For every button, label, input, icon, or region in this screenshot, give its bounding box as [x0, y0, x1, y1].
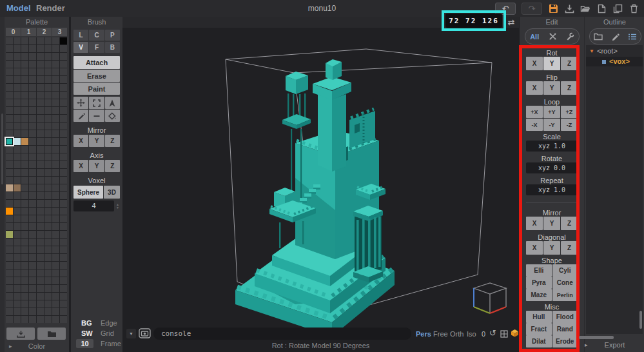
palette-cell[interactable]: [37, 84, 44, 91]
palette-cell[interactable]: [52, 84, 59, 91]
brush-axis-x[interactable]: X: [73, 160, 88, 172]
palette-cell[interactable]: [29, 61, 36, 68]
viewport[interactable]: ⇄ ▼ Pers Free Orth Iso 0 ↺ Rot : Rotate …: [122, 17, 519, 352]
loop-plus-y-button[interactable]: +Y: [543, 106, 560, 118]
palette-cell[interactable]: [44, 262, 52, 269]
palette-cell[interactable]: [52, 300, 59, 308]
palette-cell[interactable]: [60, 92, 67, 99]
palette-cell[interactable]: [6, 177, 13, 184]
palette-cell[interactable]: [6, 45, 13, 52]
palette-cell[interactable]: [6, 184, 13, 191]
palette-cell[interactable]: [52, 169, 59, 176]
palette-cell[interactable]: [37, 215, 44, 222]
shape-cone-button[interactable]: Cone: [552, 277, 578, 289]
palette-cell[interactable]: [60, 76, 67, 83]
view-mode-iso[interactable]: Iso: [467, 330, 476, 338]
palette-cell[interactable]: [21, 45, 28, 52]
tree-node-vox[interactable]: <vox>: [586, 57, 643, 66]
palette-cell[interactable]: [29, 115, 36, 122]
palette-cell[interactable]: [37, 177, 44, 184]
palette-cell[interactable]: [52, 269, 59, 277]
outline-vscroll-thumb[interactable]: [639, 311, 642, 329]
frame-box-icon[interactable]: [511, 329, 519, 337]
palette-cell[interactable]: [6, 68, 13, 75]
outline-list-icon[interactable]: [628, 33, 637, 41]
voxel-size-input[interactable]: 4: [73, 200, 114, 211]
rot-y-button[interactable]: Y: [543, 57, 560, 70]
palette-cell[interactable]: [60, 293, 67, 300]
orientation-cube[interactable]: [468, 280, 511, 316]
palette-cell[interactable]: [6, 192, 13, 199]
palette-cell[interactable]: [6, 231, 13, 238]
palette-cell[interactable]: [29, 153, 36, 161]
shape-cyli-button[interactable]: Cyli: [552, 264, 578, 277]
palette-cell[interactable]: [14, 53, 21, 60]
palette-cell[interactable]: [29, 84, 36, 91]
palette-cell[interactable]: [29, 146, 36, 153]
palette-cell[interactable]: [14, 239, 21, 246]
palette-cell[interactable]: [29, 277, 36, 284]
palette-cell[interactable]: [44, 231, 52, 238]
copy-icon[interactable]: [612, 3, 623, 14]
palette-cell[interactable]: [21, 262, 28, 269]
palette-cell[interactable]: [60, 130, 67, 137]
flip-z-button[interactable]: Z: [561, 81, 578, 95]
diagonal-z-button[interactable]: Z: [561, 241, 578, 255]
palette-cell[interactable]: [29, 316, 36, 323]
palette-cell[interactable]: [60, 223, 67, 230]
palette-cell[interactable]: [52, 262, 59, 269]
palette-cell[interactable]: [6, 215, 13, 222]
attach-button[interactable]: Attach: [73, 56, 120, 69]
palette-cell[interactable]: [21, 246, 28, 253]
palette-cell[interactable]: [37, 285, 44, 292]
palette-cell[interactable]: [37, 277, 44, 284]
palette-cell[interactable]: [29, 239, 36, 246]
save-palette-icon[interactable]: [6, 328, 35, 340]
palette-cell[interactable]: [6, 262, 13, 269]
palette-cell[interactable]: [60, 53, 67, 60]
palette-cell[interactable]: [21, 277, 28, 284]
palette-cell[interactable]: [60, 277, 67, 284]
palette-cell[interactable]: [52, 138, 59, 145]
palette-cell[interactable]: [14, 45, 21, 52]
palette-cell[interactable]: [44, 61, 52, 68]
palette-cell[interactable]: [6, 308, 13, 315]
palette-cell[interactable]: [6, 293, 13, 300]
edit-mirror-x-button[interactable]: X: [526, 217, 543, 230]
palette-cell[interactable]: [60, 254, 67, 261]
palette-cell[interactable]: [14, 84, 21, 91]
palette-cell[interactable]: [52, 231, 59, 238]
flip-y-button[interactable]: Y: [543, 81, 560, 95]
palette-index-strip[interactable]: [0, 17, 5, 352]
palette-cell[interactable]: [6, 153, 13, 161]
palette-cell[interactable]: [60, 177, 67, 184]
palette-cell[interactable]: [21, 115, 28, 122]
palette-cell[interactable]: [44, 316, 52, 323]
palette-cell[interactable]: [29, 231, 36, 238]
palette-cell[interactable]: [60, 200, 67, 207]
palette-cell[interactable]: [60, 161, 67, 168]
palette-cell[interactable]: [21, 161, 28, 168]
palette-cell[interactable]: [21, 146, 28, 153]
palette-cell[interactable]: [6, 285, 13, 292]
palette-cell[interactable]: [37, 68, 44, 75]
voxel-sphere-button[interactable]: Sphere: [73, 186, 103, 199]
palette-cell[interactable]: [21, 76, 28, 83]
palette-cell[interactable]: [52, 208, 59, 215]
new-document-icon[interactable]: [596, 3, 607, 14]
palette-cell[interactable]: [44, 107, 52, 114]
palette-cell[interactable]: [44, 45, 52, 52]
palette-cell[interactable]: [37, 231, 44, 238]
palette-cell[interactable]: [6, 130, 13, 137]
palette-cell[interactable]: [14, 200, 21, 207]
palette-cell[interactable]: [60, 215, 67, 222]
loop-plus-z-button[interactable]: +Z: [561, 106, 578, 118]
palette-cell[interactable]: [21, 37, 28, 44]
repeat-input[interactable]: xyz 1.0: [526, 184, 578, 195]
palette-cell[interactable]: [21, 138, 28, 145]
palette-cell[interactable]: [14, 223, 21, 230]
open-folder-icon[interactable]: [580, 3, 590, 14]
brush-axis-y[interactable]: Y: [89, 160, 104, 172]
palette-cell[interactable]: [21, 200, 28, 207]
palette-cell[interactable]: [60, 285, 67, 292]
